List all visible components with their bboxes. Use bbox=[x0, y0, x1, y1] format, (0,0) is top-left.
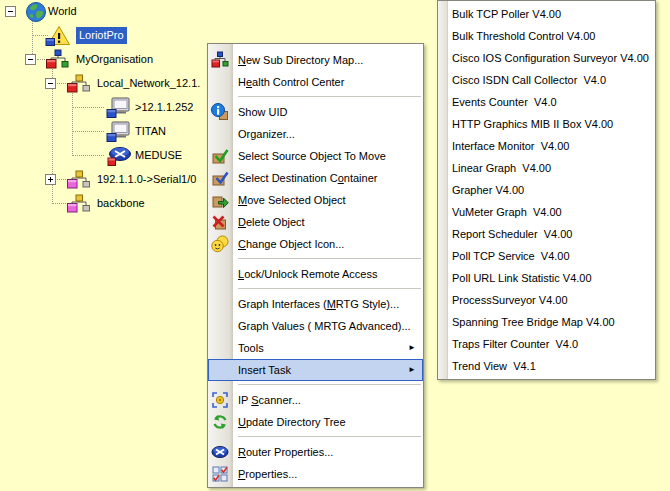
properties-icon bbox=[211, 465, 229, 483]
menu-item-move-selected-object[interactable]: Move Selected Object bbox=[208, 189, 423, 211]
menu-item-tools[interactable]: Tools► bbox=[208, 337, 423, 359]
menu-item-lock-unlock-remote-access[interactable]: Lock/Unlock Remote Access bbox=[208, 263, 423, 285]
menu-item-label: Graph Interfaces (MRTG Style)... bbox=[238, 298, 399, 310]
tree-item-label: 192.1.1.0->Serial1/0 bbox=[97, 172, 196, 187]
menu-item-label: Move Selected Object bbox=[238, 194, 346, 206]
menu-separator bbox=[238, 436, 421, 437]
menu-item-label: Lock/Unlock Remote Access bbox=[238, 268, 377, 280]
uid-info-icon bbox=[211, 103, 229, 121]
tree-item-label: MEDUSE bbox=[135, 148, 182, 163]
menu-item-label: VuMeter Graph V4.00 bbox=[452, 206, 562, 218]
menu-item-label: Poll URL Link Statistic V4.00 bbox=[452, 272, 592, 284]
menu-item-router-properties[interactable]: Router Properties... bbox=[208, 441, 423, 463]
context-menu: New Sub Directory Map...Health Control C… bbox=[207, 43, 424, 488]
menu-item-trend-view-v4-1[interactable]: Trend View V4.1 bbox=[438, 355, 655, 377]
computer-icon bbox=[106, 121, 132, 143]
collapse-minus-icon[interactable] bbox=[25, 54, 36, 65]
tree-item-world[interactable]: World bbox=[0, 0, 260, 24]
menu-item-label: Interface Monitor V4.00 bbox=[452, 140, 569, 152]
collapse-minus-icon[interactable] bbox=[45, 78, 56, 89]
menu-item-cisco-ios-configuration-surveyor-v4-00[interactable]: Cisco IOS Configuration Surveyor V4.00 bbox=[438, 47, 655, 69]
menu-item-label: HTTP Graphics MIB II Box V4.00 bbox=[452, 118, 613, 130]
ip-scanner-icon bbox=[211, 391, 229, 409]
menu-item-processsurveyor-v4-00[interactable]: ProcessSurveyor V4.00 bbox=[438, 289, 655, 311]
globe-icon bbox=[23, 1, 49, 23]
delete-object-icon bbox=[211, 213, 229, 231]
menu-item-events-counter-v4-0[interactable]: Events Counter V4.0 bbox=[438, 91, 655, 113]
network-map-blue-icon bbox=[45, 49, 71, 71]
menu-item-update-directory-tree[interactable]: Update Directory Tree bbox=[208, 411, 423, 433]
menu-item-label: Select Destination Container bbox=[238, 172, 377, 184]
tree-item-label: World bbox=[48, 4, 77, 19]
menu-item-poll-url-link-statistic-v4-00[interactable]: Poll URL Link Statistic V4.00 bbox=[438, 267, 655, 289]
menu-item-delete-object[interactable]: Delete Object bbox=[208, 211, 423, 233]
menu-item-new-sub-directory-map[interactable]: New Sub Directory Map... bbox=[208, 49, 423, 71]
menu-item-graph-interfaces-mrtg-style[interactable]: Graph Interfaces (MRTG Style)... bbox=[208, 293, 423, 315]
menu-item-cisco-isdn-call-collector-v4-0[interactable]: Cisco ISDN Call Collector V4.0 bbox=[438, 69, 655, 91]
menu-item-report-scheduler-v4-00[interactable]: Report Scheduler V4.00 bbox=[438, 223, 655, 245]
tree-item-label: MyOrganisation bbox=[76, 52, 153, 67]
computer-icon bbox=[106, 97, 132, 119]
network-map-pink-icon bbox=[66, 169, 92, 191]
menu-separator bbox=[238, 258, 421, 259]
menu-item-grapher-v4-00[interactable]: Grapher V4.00 bbox=[438, 179, 655, 201]
menu-item-label: IP Scanner... bbox=[238, 394, 301, 406]
router-properties-icon bbox=[211, 443, 229, 461]
menu-item-change-object-icon[interactable]: Change Object Icon... bbox=[208, 233, 423, 255]
menu-item-label: Poll TCP Service V4.00 bbox=[452, 250, 570, 262]
menu-separator bbox=[238, 96, 421, 97]
menu-item-label: Insert Task bbox=[238, 364, 291, 376]
router-icon bbox=[106, 145, 132, 167]
menu-item-properties[interactable]: Properties... bbox=[208, 463, 423, 485]
menu-item-label: Events Counter V4.0 bbox=[452, 96, 557, 108]
menu-item-label: Bulk Threshold Control V4.00 bbox=[452, 30, 596, 42]
menu-item-interface-monitor-v4-00[interactable]: Interface Monitor V4.00 bbox=[438, 135, 655, 157]
tree-item-label: >12.1.1.252 bbox=[135, 100, 193, 115]
menu-item-label: ProcessSurveyor V4.00 bbox=[452, 294, 568, 306]
menu-item-bulk-threshold-control-v4-00[interactable]: Bulk Threshold Control V4.00 bbox=[438, 25, 655, 47]
menu-item-label: Grapher V4.00 bbox=[452, 184, 524, 196]
menu-item-label: Trend View V4.1 bbox=[452, 360, 536, 372]
menu-item-traps-filter-counter-v4-0[interactable]: Traps Filter Counter V4.0 bbox=[438, 333, 655, 355]
menu-item-label: Health Control Center bbox=[238, 76, 344, 88]
select-destination-icon bbox=[211, 169, 229, 187]
menu-item-label: Update Directory Tree bbox=[238, 416, 346, 428]
directory-map-icon bbox=[211, 51, 229, 69]
menu-item-insert-task[interactable]: Insert Task► bbox=[208, 359, 423, 381]
menu-item-linear-graph-v4-00[interactable]: Linear Graph V4.00 bbox=[438, 157, 655, 179]
menu-item-ip-scanner[interactable]: IP Scanner... bbox=[208, 389, 423, 411]
menu-item-select-destination-container[interactable]: Select Destination Container bbox=[208, 167, 423, 189]
move-object-icon bbox=[211, 191, 229, 209]
menu-item-label: Router Properties... bbox=[238, 446, 333, 458]
menu-item-label: Properties... bbox=[238, 468, 297, 480]
menu-item-label: Traps Filter Counter V4.0 bbox=[452, 338, 578, 350]
select-source-icon bbox=[211, 147, 229, 165]
menu-item-http-graphics-mib-ii-box-v4-00[interactable]: HTTP Graphics MIB II Box V4.00 bbox=[438, 113, 655, 135]
network-map-red-icon bbox=[66, 73, 92, 95]
menu-item-label: Cisco IOS Configuration Surveyor V4.00 bbox=[452, 52, 649, 64]
change-icon-icon bbox=[211, 235, 229, 253]
menu-item-select-source-object-to-move[interactable]: Select Source Object To Move bbox=[208, 145, 423, 167]
submenu-arrow-icon: ► bbox=[408, 359, 416, 381]
menu-item-organizer[interactable]: Organizer... bbox=[208, 123, 423, 145]
menu-item-label: New Sub Directory Map... bbox=[238, 54, 363, 66]
menu-item-label: Select Source Object To Move bbox=[238, 150, 386, 162]
submenu-arrow-icon: ► bbox=[408, 337, 416, 359]
warning-icon bbox=[45, 25, 71, 47]
tree-item-label: LoriotPro bbox=[76, 27, 127, 44]
menu-item-vumeter-graph-v4-00[interactable]: VuMeter Graph V4.00 bbox=[438, 201, 655, 223]
menu-item-poll-tcp-service-v4-00[interactable]: Poll TCP Service V4.00 bbox=[438, 245, 655, 267]
collapse-minus-icon[interactable] bbox=[5, 6, 16, 17]
menu-item-show-uid[interactable]: Show UID bbox=[208, 101, 423, 123]
menu-separator bbox=[238, 288, 421, 289]
menu-item-graph-values-mrtg-advanced[interactable]: Graph Values ( MRTG Advanced)... bbox=[208, 315, 423, 337]
menu-item-label: Graph Values ( MRTG Advanced)... bbox=[238, 320, 411, 332]
menu-item-spanning-tree-bridge-map-v4-00[interactable]: Spanning Tree Bridge Map V4.00 bbox=[438, 311, 655, 333]
menu-item-health-control-center[interactable]: Health Control Center bbox=[208, 71, 423, 93]
expand-plus-icon[interactable] bbox=[45, 174, 56, 185]
menu-item-label: Cisco ISDN Call Collector V4.0 bbox=[452, 74, 606, 86]
menu-item-label: Tools bbox=[238, 342, 264, 354]
menu-item-bulk-tcp-poller-v4-00[interactable]: Bulk TCP Poller V4.00 bbox=[438, 3, 655, 25]
menu-item-label: Delete Object bbox=[238, 216, 305, 228]
menu-item-label: Report Scheduler V4.00 bbox=[452, 228, 572, 240]
